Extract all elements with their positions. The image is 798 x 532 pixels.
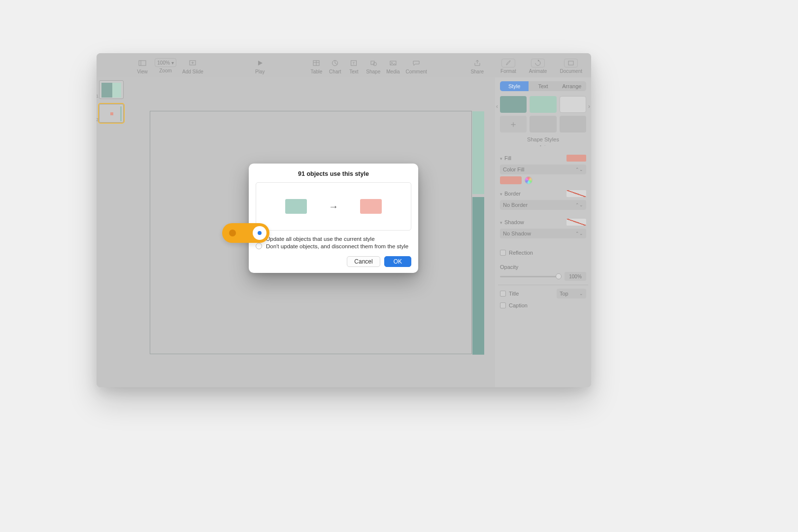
- fill-type-select[interactable]: Color Fill ⌃⌄: [500, 165, 586, 174]
- caption-checkbox[interactable]: [500, 302, 506, 308]
- disclosure-icon[interactable]: ▾: [500, 192, 502, 197]
- fill-color-chip[interactable]: [500, 176, 522, 184]
- chevron-updown-icon: ⌄: [579, 291, 583, 296]
- tb-animate[interactable]: Animate: [529, 59, 547, 74]
- table-icon: [310, 58, 323, 68]
- tb-add-slide[interactable]: Add Slide: [182, 58, 203, 74]
- text-icon: T: [347, 58, 360, 68]
- title-position-select[interactable]: Top ⌄: [557, 289, 586, 299]
- svg-rect-0: [139, 61, 146, 66]
- tb-add-slide-label: Add Slide: [182, 69, 203, 74]
- inspector: Style Text Arrange ‹ › ＋ Shape Styles • …: [495, 77, 591, 387]
- shadow-type-value: No Shadow: [503, 231, 531, 236]
- toolbar: View 100% ▾ Zoom Add Slide Play Table: [97, 53, 591, 77]
- shape-rect-mint[interactable]: [472, 111, 484, 194]
- border-type-value: No Border: [503, 202, 528, 208]
- fill-label: Fill: [504, 155, 511, 161]
- preview-new-shape: [360, 199, 382, 214]
- slide-thumb-1[interactable]: 1: [99, 80, 124, 99]
- shadow-type-select[interactable]: No Shadow ⌃⌄: [500, 229, 586, 238]
- caption-row[interactable]: Caption: [500, 301, 586, 310]
- reflection-label: Reflection: [509, 250, 533, 256]
- style-add[interactable]: ＋: [500, 116, 527, 133]
- reflection-row[interactable]: Reflection: [500, 248, 586, 257]
- style-swatch[interactable]: [530, 116, 556, 133]
- chevron-updown-icon: ⌃⌄: [575, 202, 583, 207]
- tb-table-label: Table: [310, 69, 322, 74]
- border-type-select[interactable]: No Border ⌃⌄: [500, 200, 586, 210]
- title-row[interactable]: Title Top ⌄: [500, 289, 586, 298]
- style-swatch[interactable]: [560, 96, 586, 113]
- view-icon: [136, 58, 149, 68]
- shadow-label: Shadow: [504, 219, 524, 225]
- style-preview: →: [256, 182, 411, 231]
- play-icon: [254, 58, 266, 68]
- preview-old-shape: [285, 199, 307, 214]
- fill-swatch[interactable]: [566, 155, 586, 162]
- ok-button[interactable]: OK: [384, 256, 411, 267]
- tb-table[interactable]: Table: [310, 58, 323, 74]
- tutorial-highlight: [222, 223, 269, 243]
- slide-navigator[interactable]: 1 2: [97, 77, 126, 387]
- styles-next-icon[interactable]: ›: [588, 103, 590, 110]
- svg-text:T: T: [353, 61, 355, 66]
- radio-disconnect[interactable]: Don't update objects, and disconnect the…: [256, 243, 411, 249]
- opacity-value: 100%: [569, 274, 582, 279]
- opacity-stepper[interactable]: 100%: [565, 272, 586, 281]
- style-swatch[interactable]: [500, 96, 527, 113]
- tb-shape[interactable]: Shape: [366, 58, 380, 74]
- highlight-focus-icon: [253, 226, 266, 240]
- style-swatch[interactable]: [530, 96, 556, 113]
- shape-icon: [367, 58, 380, 68]
- color-wheel-icon[interactable]: [525, 176, 532, 184]
- title-checkbox[interactable]: [500, 291, 506, 297]
- tb-text[interactable]: T Text: [347, 58, 360, 74]
- tb-shape-label: Shape: [366, 69, 380, 74]
- svg-point-13: [373, 63, 376, 66]
- tb-view[interactable]: View: [136, 58, 149, 74]
- reflection-checkbox[interactable]: [500, 250, 506, 256]
- border-swatch[interactable]: [566, 190, 586, 197]
- styles-prev-icon[interactable]: ‹: [496, 103, 498, 110]
- opacity-slider[interactable]: [500, 276, 562, 277]
- tab-arrange[interactable]: Arrange: [558, 81, 586, 91]
- caption-label: Caption: [509, 302, 528, 308]
- svg-marker-5: [258, 61, 263, 66]
- zoom-value[interactable]: 100% ▾: [155, 58, 176, 67]
- slider-thumb[interactable]: [556, 273, 562, 279]
- tb-play[interactable]: Play: [254, 58, 266, 74]
- tb-chart[interactable]: Chart: [329, 58, 341, 74]
- slide-thumb-2[interactable]: 2: [99, 104, 124, 123]
- page-dots[interactable]: • ·: [500, 143, 586, 148]
- tb-media-label: Media: [386, 69, 399, 74]
- tb-share-label: Share: [470, 69, 484, 74]
- tb-document[interactable]: Document: [560, 59, 582, 74]
- shape-rect-teal[interactable]: [472, 197, 484, 355]
- radio-update-all[interactable]: Update all objects that use the current …: [256, 235, 411, 242]
- tab-style[interactable]: Style: [500, 81, 529, 91]
- disclosure-icon[interactable]: ▾: [500, 156, 502, 161]
- tb-share[interactable]: Share: [470, 58, 484, 74]
- tb-media[interactable]: Media: [386, 58, 399, 74]
- title-position-value: Top: [560, 291, 568, 297]
- dialog-title: 91 objects use this style: [256, 170, 411, 177]
- cancel-button[interactable]: Cancel: [347, 256, 380, 267]
- radio-label: Update all objects that use the current …: [266, 236, 375, 242]
- shadow-swatch[interactable]: [566, 219, 586, 226]
- tb-zoom[interactable]: 100% ▾ Zoom: [155, 58, 176, 73]
- tab-text[interactable]: Text: [529, 81, 557, 91]
- border-label: Border: [504, 191, 521, 197]
- document-icon: [564, 59, 578, 67]
- inspector-tabs[interactable]: Style Text Arrange: [500, 81, 586, 91]
- radio-button[interactable]: [256, 243, 262, 249]
- tb-text-label: Text: [349, 69, 358, 74]
- plus-icon: [186, 58, 199, 68]
- style-swatch[interactable]: [560, 116, 586, 133]
- tb-comment[interactable]: Comment: [406, 58, 427, 74]
- shape-styles-grid: ＋: [500, 96, 586, 133]
- style-update-dialog: 91 objects use this style → Update all o…: [249, 164, 418, 273]
- media-icon: [387, 58, 399, 68]
- tb-format[interactable]: Format: [500, 59, 516, 74]
- disclosure-icon[interactable]: ▾: [500, 220, 502, 225]
- share-icon: [471, 58, 484, 68]
